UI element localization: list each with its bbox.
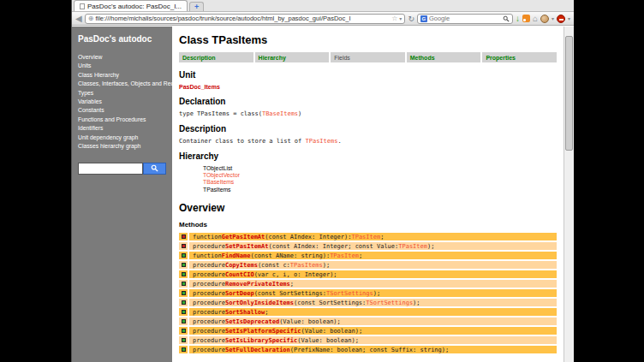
member-name-link[interactable]: CountCIO [225, 271, 254, 278]
nav-cell-hierarchy[interactable]: Hierarchy [255, 52, 330, 62]
public-marker-icon [182, 282, 186, 286]
browser-tab[interactable]: PasDoc's autodoc: PasDoc_I... [74, 0, 188, 11]
type-link[interactable]: TPasItem [398, 243, 427, 250]
declaration-heading: Declaration [179, 97, 557, 106]
sidebar-item[interactable]: Units [78, 62, 166, 68]
hierarchy-item: TPasItems [203, 187, 557, 193]
code-text: ; [359, 252, 362, 259]
type-link[interactable]: TPasItems [306, 138, 338, 145]
rss-icon[interactable] [522, 15, 530, 22]
reload-icon[interactable]: ↻ [408, 15, 414, 23]
url-dropdown-icon[interactable]: ▾ [399, 15, 402, 21]
visibility-cell [179, 261, 188, 270]
methods-heading: Methods [179, 221, 557, 228]
sidebar-item[interactable]: Constants [78, 107, 166, 113]
table-row: procedure SetFullDeclaration(PrefixName:… [179, 346, 557, 354]
web-search-input[interactable] [429, 15, 501, 22]
member-name-link[interactable]: SortDeep [225, 290, 254, 297]
download-icon[interactable]: ↓ [516, 15, 520, 23]
new-tab-button[interactable]: + [189, 2, 204, 11]
sidebar-item[interactable]: Identifiers [78, 125, 166, 131]
unit-link[interactable]: PasDoc_Items [179, 84, 557, 90]
member-code-cell: procedure SetIsPlatformSpecific(Value: b… [189, 327, 557, 335]
section-nav: DescriptionHierarchyFieldsMethodsPropert… [179, 52, 557, 62]
code-text: function [193, 252, 222, 259]
nav-cell-description[interactable]: Description [179, 52, 253, 62]
visibility-cell [179, 242, 188, 251]
url-bar[interactable]: ⊕ file:///home/michalis/sources/pasdoc/t… [85, 14, 406, 24]
visibility-cell [179, 299, 188, 307]
sidebar-item[interactable]: Types [78, 90, 166, 96]
public-marker-icon [182, 253, 186, 258]
public-marker-icon [182, 291, 186, 295]
type-link[interactable]: TPasItem [330, 252, 359, 259]
code-text: procedure [193, 347, 225, 353]
bookmark-star-icon[interactable]: ☆ [391, 15, 397, 22]
back-icon[interactable]: ◀ [75, 15, 82, 23]
public-marker-icon [182, 338, 186, 342]
scrollbar-thumb[interactable] [565, 36, 573, 151]
table-row: procedure SortDeep(const SortSettings: T… [179, 289, 557, 298]
code-text: procedure [193, 309, 225, 316]
type-link[interactable]: TSortSettings [326, 290, 373, 297]
sidebar-item[interactable]: Variables [78, 98, 166, 104]
url-text[interactable]: file:///home/michalis/sources/pasdoc/tru… [95, 15, 390, 22]
description-heading: Description [179, 124, 557, 134]
visibility-cell [179, 252, 188, 260]
member-name-link[interactable]: FindName [222, 252, 251, 259]
public-marker-icon [182, 300, 186, 305]
sidebar-item[interactable]: Functions and Procedures [78, 116, 166, 122]
sidebar-search-input[interactable] [78, 163, 143, 175]
code-text: ); [323, 262, 330, 269]
code-text: procedure [193, 300, 225, 306]
adblock-dropdown-icon[interactable]: ▾ [568, 15, 570, 21]
sidebar-item[interactable]: Overview [78, 54, 166, 60]
member-name-link[interactable]: CopyItems [225, 262, 258, 269]
table-row: procedure SetIsDeprecated(Value: boolean… [179, 317, 557, 326]
member-name-link[interactable]: SetPasItemAt [225, 243, 269, 250]
type-link[interactable]: TPasItem [351, 234, 380, 240]
type-link[interactable]: TBaseItems [262, 110, 298, 117]
sidebar-search-button[interactable] [143, 163, 166, 175]
member-name-link[interactable]: RemovePrivateItems [225, 281, 290, 288]
protected-marker-icon [182, 234, 186, 239]
code-text: ); [413, 300, 420, 306]
code-text: ; [290, 281, 294, 288]
table-row: procedure SortOnlyInsideItems(const Sort… [179, 299, 557, 307]
vertical-scrollbar[interactable] [564, 27, 574, 362]
type-link[interactable]: TSortSettings [366, 300, 413, 306]
hierarchy-link[interactable]: TObjectVector [203, 172, 557, 179]
visibility-cell [179, 327, 188, 335]
code-text: . [337, 138, 341, 145]
search-engine-icon[interactable]: G [420, 15, 427, 22]
member-code-cell: procedure SortShallow; [189, 308, 557, 317]
member-name-link[interactable]: SetFullDeclaration [225, 347, 290, 353]
hierarchy-link[interactable]: TBaseItems [203, 179, 557, 186]
sidebar-item[interactable]: Classes, Interfaces, Objects and Records [78, 80, 166, 86]
member-name-link[interactable]: SetIsLibrarySpecific [225, 337, 297, 344]
methods-table: function GetPasItemAt(const AIndex: Inte… [179, 233, 557, 354]
adblock-icon[interactable] [557, 15, 565, 23]
member-name-link[interactable]: SortOnlyInsideItems [225, 300, 294, 306]
type-link[interactable]: TPasItems [290, 262, 323, 269]
search-magnifier-icon[interactable] [503, 15, 510, 22]
code-text: ; [380, 234, 384, 240]
nav-cell-methods[interactable]: Methods [407, 52, 481, 62]
member-name-link[interactable]: SortShallow [225, 309, 265, 316]
member-name-link[interactable]: SetIsDeprecated [225, 318, 279, 325]
member-name-link[interactable]: GetPasItemAt [222, 234, 265, 240]
code-text: ); [427, 243, 434, 250]
search-bar[interactable]: G [417, 14, 513, 24]
home-icon[interactable]: ⌂ [533, 15, 538, 23]
member-name-link[interactable]: SetIsPlatformSpecific [225, 328, 301, 335]
sidebar-item[interactable]: Unit dependency graph [78, 134, 166, 140]
sidebar-item[interactable]: Classes hierarchy graph [78, 143, 166, 149]
public-marker-icon [182, 310, 186, 314]
visibility-cell [179, 233, 188, 241]
sidebar-search [78, 163, 166, 175]
member-code-cell: procedure CopyItems(const c: TPasItems); [189, 261, 557, 270]
nav-cell-properties[interactable]: Properties [482, 52, 557, 62]
sidebar-item[interactable]: Class Hierarchy [78, 72, 166, 78]
addon-dropdown-icon[interactable]: ▾ [552, 15, 554, 21]
greasemonkey-icon[interactable] [540, 15, 549, 23]
